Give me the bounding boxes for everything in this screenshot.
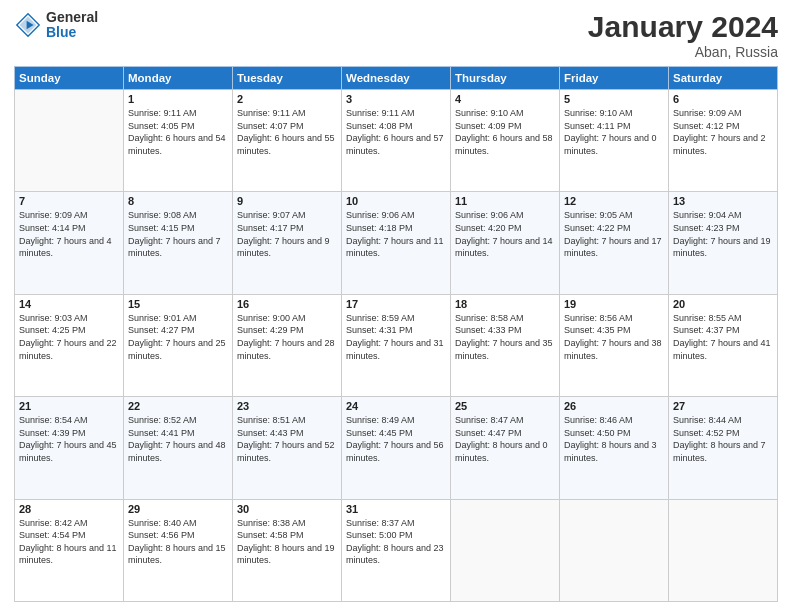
day-number: 10 xyxy=(346,195,446,207)
page: General Blue January 2024 Aban, Russia S… xyxy=(0,0,792,612)
day-number: 29 xyxy=(128,503,228,515)
day-info: Sunrise: 9:07 AMSunset: 4:17 PMDaylight:… xyxy=(237,209,337,259)
day-number: 19 xyxy=(564,298,664,310)
day-info: Sunrise: 8:37 AMSunset: 5:00 PMDaylight:… xyxy=(346,517,446,567)
calendar-cell: 21Sunrise: 8:54 AMSunset: 4:39 PMDayligh… xyxy=(15,397,124,499)
weekday-header-thursday: Thursday xyxy=(451,67,560,90)
day-info: Sunrise: 8:59 AMSunset: 4:31 PMDaylight:… xyxy=(346,312,446,362)
day-number: 22 xyxy=(128,400,228,412)
calendar-week-5: 28Sunrise: 8:42 AMSunset: 4:54 PMDayligh… xyxy=(15,499,778,601)
calendar-cell xyxy=(560,499,669,601)
day-info: Sunrise: 8:46 AMSunset: 4:50 PMDaylight:… xyxy=(564,414,664,464)
month-title: January 2024 xyxy=(588,10,778,44)
title-block: January 2024 Aban, Russia xyxy=(588,10,778,60)
calendar-cell: 2Sunrise: 9:11 AMSunset: 4:07 PMDaylight… xyxy=(233,90,342,192)
day-number: 16 xyxy=(237,298,337,310)
day-number: 14 xyxy=(19,298,119,310)
calendar-cell: 1Sunrise: 9:11 AMSunset: 4:05 PMDaylight… xyxy=(124,90,233,192)
logo: General Blue xyxy=(14,10,98,41)
day-number: 25 xyxy=(455,400,555,412)
day-info: Sunrise: 9:11 AMSunset: 4:05 PMDaylight:… xyxy=(128,107,228,157)
calendar-cell: 10Sunrise: 9:06 AMSunset: 4:18 PMDayligh… xyxy=(342,192,451,294)
day-number: 12 xyxy=(564,195,664,207)
day-info: Sunrise: 9:00 AMSunset: 4:29 PMDaylight:… xyxy=(237,312,337,362)
calendar-cell: 19Sunrise: 8:56 AMSunset: 4:35 PMDayligh… xyxy=(560,294,669,396)
day-number: 30 xyxy=(237,503,337,515)
calendar-cell: 25Sunrise: 8:47 AMSunset: 4:47 PMDayligh… xyxy=(451,397,560,499)
day-info: Sunrise: 9:04 AMSunset: 4:23 PMDaylight:… xyxy=(673,209,773,259)
calendar-cell: 28Sunrise: 8:42 AMSunset: 4:54 PMDayligh… xyxy=(15,499,124,601)
day-info: Sunrise: 9:10 AMSunset: 4:09 PMDaylight:… xyxy=(455,107,555,157)
day-info: Sunrise: 9:09 AMSunset: 4:12 PMDaylight:… xyxy=(673,107,773,157)
day-info: Sunrise: 9:06 AMSunset: 4:20 PMDaylight:… xyxy=(455,209,555,259)
day-number: 9 xyxy=(237,195,337,207)
day-number: 21 xyxy=(19,400,119,412)
day-number: 6 xyxy=(673,93,773,105)
day-info: Sunrise: 9:01 AMSunset: 4:27 PMDaylight:… xyxy=(128,312,228,362)
calendar-cell: 27Sunrise: 8:44 AMSunset: 4:52 PMDayligh… xyxy=(669,397,778,499)
calendar-cell: 31Sunrise: 8:37 AMSunset: 5:00 PMDayligh… xyxy=(342,499,451,601)
day-info: Sunrise: 8:51 AMSunset: 4:43 PMDaylight:… xyxy=(237,414,337,464)
day-number: 11 xyxy=(455,195,555,207)
day-number: 1 xyxy=(128,93,228,105)
day-number: 5 xyxy=(564,93,664,105)
day-info: Sunrise: 9:11 AMSunset: 4:07 PMDaylight:… xyxy=(237,107,337,157)
day-number: 20 xyxy=(673,298,773,310)
calendar-cell xyxy=(669,499,778,601)
day-number: 7 xyxy=(19,195,119,207)
calendar-cell: 23Sunrise: 8:51 AMSunset: 4:43 PMDayligh… xyxy=(233,397,342,499)
logo-general: General xyxy=(46,10,98,25)
weekday-header-saturday: Saturday xyxy=(669,67,778,90)
day-number: 31 xyxy=(346,503,446,515)
day-number: 23 xyxy=(237,400,337,412)
calendar-week-3: 14Sunrise: 9:03 AMSunset: 4:25 PMDayligh… xyxy=(15,294,778,396)
weekday-header-friday: Friday xyxy=(560,67,669,90)
day-info: Sunrise: 9:05 AMSunset: 4:22 PMDaylight:… xyxy=(564,209,664,259)
logo-icon xyxy=(14,11,42,39)
day-number: 13 xyxy=(673,195,773,207)
day-info: Sunrise: 8:49 AMSunset: 4:45 PMDaylight:… xyxy=(346,414,446,464)
calendar-cell: 17Sunrise: 8:59 AMSunset: 4:31 PMDayligh… xyxy=(342,294,451,396)
day-info: Sunrise: 9:10 AMSunset: 4:11 PMDaylight:… xyxy=(564,107,664,157)
calendar-cell xyxy=(451,499,560,601)
day-number: 15 xyxy=(128,298,228,310)
day-info: Sunrise: 8:38 AMSunset: 4:58 PMDaylight:… xyxy=(237,517,337,567)
weekday-header-sunday: Sunday xyxy=(15,67,124,90)
calendar-cell: 12Sunrise: 9:05 AMSunset: 4:22 PMDayligh… xyxy=(560,192,669,294)
calendar-cell: 30Sunrise: 8:38 AMSunset: 4:58 PMDayligh… xyxy=(233,499,342,601)
calendar-cell: 4Sunrise: 9:10 AMSunset: 4:09 PMDaylight… xyxy=(451,90,560,192)
day-number: 4 xyxy=(455,93,555,105)
calendar-week-2: 7Sunrise: 9:09 AMSunset: 4:14 PMDaylight… xyxy=(15,192,778,294)
calendar-cell: 7Sunrise: 9:09 AMSunset: 4:14 PMDaylight… xyxy=(15,192,124,294)
day-number: 17 xyxy=(346,298,446,310)
day-info: Sunrise: 8:44 AMSunset: 4:52 PMDaylight:… xyxy=(673,414,773,464)
header: General Blue January 2024 Aban, Russia xyxy=(14,10,778,60)
logo-text: General Blue xyxy=(46,10,98,41)
day-info: Sunrise: 8:56 AMSunset: 4:35 PMDaylight:… xyxy=(564,312,664,362)
day-number: 8 xyxy=(128,195,228,207)
calendar-week-4: 21Sunrise: 8:54 AMSunset: 4:39 PMDayligh… xyxy=(15,397,778,499)
calendar-cell: 15Sunrise: 9:01 AMSunset: 4:27 PMDayligh… xyxy=(124,294,233,396)
day-number: 18 xyxy=(455,298,555,310)
weekday-header-monday: Monday xyxy=(124,67,233,90)
calendar-cell: 8Sunrise: 9:08 AMSunset: 4:15 PMDaylight… xyxy=(124,192,233,294)
calendar-cell: 11Sunrise: 9:06 AMSunset: 4:20 PMDayligh… xyxy=(451,192,560,294)
calendar-cell: 5Sunrise: 9:10 AMSunset: 4:11 PMDaylight… xyxy=(560,90,669,192)
day-info: Sunrise: 8:52 AMSunset: 4:41 PMDaylight:… xyxy=(128,414,228,464)
calendar-cell: 29Sunrise: 8:40 AMSunset: 4:56 PMDayligh… xyxy=(124,499,233,601)
day-number: 27 xyxy=(673,400,773,412)
calendar-cell: 14Sunrise: 9:03 AMSunset: 4:25 PMDayligh… xyxy=(15,294,124,396)
weekday-header-tuesday: Tuesday xyxy=(233,67,342,90)
logo-blue: Blue xyxy=(46,25,98,40)
day-info: Sunrise: 8:40 AMSunset: 4:56 PMDaylight:… xyxy=(128,517,228,567)
calendar-cell: 16Sunrise: 9:00 AMSunset: 4:29 PMDayligh… xyxy=(233,294,342,396)
day-info: Sunrise: 9:08 AMSunset: 4:15 PMDaylight:… xyxy=(128,209,228,259)
weekday-header-wednesday: Wednesday xyxy=(342,67,451,90)
day-info: Sunrise: 9:06 AMSunset: 4:18 PMDaylight:… xyxy=(346,209,446,259)
day-info: Sunrise: 9:11 AMSunset: 4:08 PMDaylight:… xyxy=(346,107,446,157)
day-info: Sunrise: 9:03 AMSunset: 4:25 PMDaylight:… xyxy=(19,312,119,362)
day-number: 28 xyxy=(19,503,119,515)
location: Aban, Russia xyxy=(588,44,778,60)
day-number: 24 xyxy=(346,400,446,412)
calendar-cell: 24Sunrise: 8:49 AMSunset: 4:45 PMDayligh… xyxy=(342,397,451,499)
